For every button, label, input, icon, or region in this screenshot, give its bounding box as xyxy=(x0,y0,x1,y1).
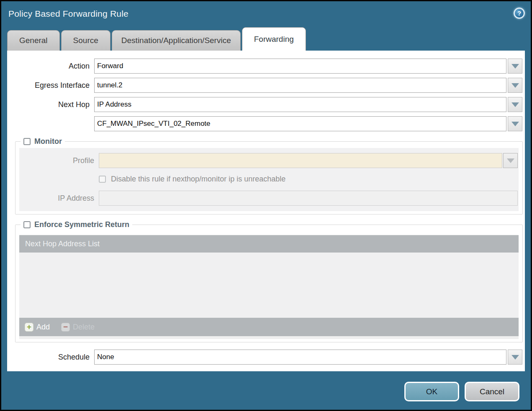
chevron-down-icon xyxy=(511,355,519,360)
next-hop-address-select[interactable]: CF_MWAN_IPsec_VTI_02_Remote xyxy=(94,116,506,131)
add-icon xyxy=(25,323,33,332)
action-label: Action xyxy=(7,62,94,71)
chevron-down-icon xyxy=(511,102,519,107)
symmetric-return-legend-label: Enforce Symmetric Return xyxy=(34,220,129,229)
delete-button-label: Delete xyxy=(73,323,95,332)
symmetric-return-fieldset: Enforce Symmetric Return Next Hop Addres… xyxy=(15,220,523,342)
titlebar: Policy Based Forwarding Rule ? xyxy=(1,1,531,27)
egress-interface-dropdown-button[interactable] xyxy=(508,78,522,93)
cancel-button[interactable]: Cancel xyxy=(465,382,519,401)
chevron-down-icon xyxy=(511,83,519,88)
profile-select xyxy=(99,153,502,168)
chevron-down-icon xyxy=(511,64,519,69)
tab-destination-label: Destination/Application/Service xyxy=(121,36,231,45)
monitor-ip-address-label: IP Address xyxy=(19,194,99,203)
egress-interface-row: Egress Interface tunnel.2 xyxy=(7,78,525,93)
schedule-dropdown-button[interactable] xyxy=(508,350,522,365)
tab-source-label: Source xyxy=(73,36,98,45)
symmetric-return-legend: Enforce Symmetric Return xyxy=(21,220,132,229)
disable-rule-label: Disable this rule if nexthop/monitor ip … xyxy=(111,175,285,184)
next-hop-dropdown-button[interactable] xyxy=(508,97,522,112)
dialog-footer: OK Cancel xyxy=(404,382,519,401)
monitor-ip-address-row: IP Address xyxy=(19,191,518,206)
schedule-select[interactable]: None xyxy=(94,350,506,365)
profile-dropdown-button xyxy=(503,153,518,168)
table-body[interactable] xyxy=(19,253,519,318)
monitor-checkbox[interactable] xyxy=(23,138,31,145)
table-footer: Add Delete xyxy=(19,318,519,336)
action-dropdown-button[interactable] xyxy=(508,59,522,74)
tab-general[interactable]: General xyxy=(7,30,60,51)
egress-interface-label: Egress Interface xyxy=(7,81,94,90)
symmetric-return-checkbox[interactable] xyxy=(23,221,31,228)
tab-bar: General Source Destination/Application/S… xyxy=(7,27,525,51)
monitor-legend: Monitor xyxy=(21,137,65,146)
next-hop-address-list-table: Next Hop Address List Add Delete xyxy=(19,235,519,339)
monitor-legend-label: Monitor xyxy=(34,137,62,146)
action-select[interactable]: Forward xyxy=(94,59,506,74)
profile-row: Profile xyxy=(19,153,518,168)
schedule-row: Schedule None xyxy=(7,350,525,365)
forwarding-tab-panel: Action Forward Egress Interface tunnel.2… xyxy=(7,51,525,371)
delete-button: Delete xyxy=(61,323,95,332)
monitor-fieldset: Monitor Profile Disable this rule if nex… xyxy=(15,137,523,214)
add-button-label: Add xyxy=(36,323,50,332)
ok-button[interactable]: OK xyxy=(404,382,459,401)
tab-forwarding[interactable]: Forwarding xyxy=(242,27,306,51)
tab-general-label: General xyxy=(19,36,48,45)
next-hop-row: Next Hop IP Address xyxy=(7,97,525,112)
add-button[interactable]: Add xyxy=(25,323,50,332)
tab-forwarding-label: Forwarding xyxy=(254,35,294,44)
disable-rule-row: Disable this rule if nexthop/monitor ip … xyxy=(99,174,518,184)
next-hop-address-row: CF_MWAN_IPsec_VTI_02_Remote xyxy=(7,116,525,131)
help-glyph: ? xyxy=(517,10,521,17)
tab-destination-application-service[interactable]: Destination/Application/Service xyxy=(112,30,241,51)
next-hop-label: Next Hop xyxy=(7,100,94,109)
monitor-panel: Profile Disable this rule if nexthop/mon… xyxy=(19,148,519,211)
tab-source[interactable]: Source xyxy=(61,30,111,51)
chevron-down-icon xyxy=(511,122,519,126)
table-header-label: Next Hop Address List xyxy=(25,240,100,248)
egress-interface-select[interactable]: tunnel.2 xyxy=(94,78,506,93)
page-title: Policy Based Forwarding Rule xyxy=(8,9,129,19)
table-header: Next Hop Address List xyxy=(19,235,519,253)
table-bottom-spacer xyxy=(19,336,519,339)
next-hop-type-select[interactable]: IP Address xyxy=(94,97,506,112)
action-row: Action Forward xyxy=(7,59,525,74)
chevron-down-icon xyxy=(507,158,514,163)
next-hop-address-dropdown-button[interactable] xyxy=(508,116,522,131)
delete-icon xyxy=(61,323,70,332)
help-icon[interactable]: ? xyxy=(514,8,525,19)
monitor-ip-address-input xyxy=(99,191,518,206)
policy-forwarding-dialog: Policy Based Forwarding Rule ? General S… xyxy=(0,0,532,411)
schedule-label: Schedule xyxy=(7,353,94,362)
disable-rule-checkbox xyxy=(99,176,106,183)
profile-label: Profile xyxy=(19,156,99,165)
